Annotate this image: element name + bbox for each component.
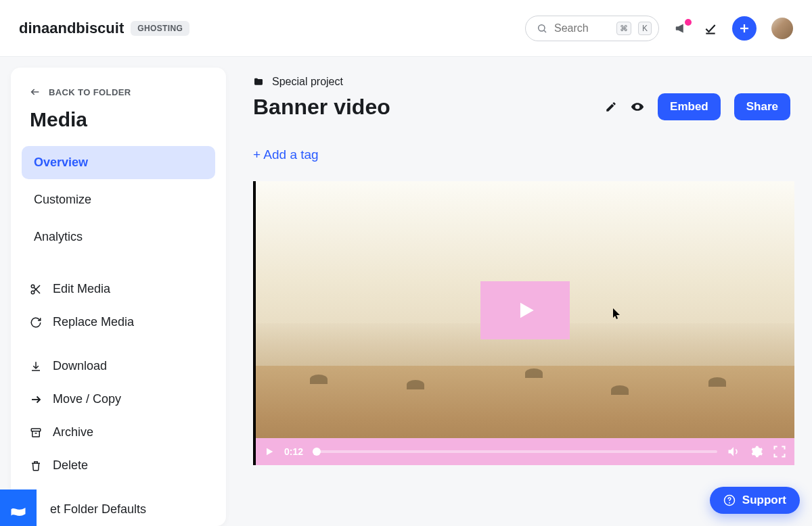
back-to-folder-button[interactable]: BACK TO FOLDER — [30, 87, 207, 97]
notification-dot-icon — [685, 19, 692, 26]
search-input[interactable] — [554, 22, 610, 34]
video-player[interactable]: 0:12 — [253, 181, 794, 465]
svg-rect-13 — [31, 429, 41, 431]
video-time: 0:12 — [284, 446, 303, 457]
checkmark-icon — [704, 22, 717, 35]
trash-icon — [30, 460, 42, 472]
share-button[interactable]: Share — [734, 93, 790, 120]
play-icon — [514, 299, 537, 322]
action-label: Edit Media — [53, 282, 110, 296]
video-timeline[interactable] — [313, 450, 717, 453]
brand: dinaandbiscuit GHOSTING — [19, 20, 189, 37]
action-label: Move / Copy — [53, 392, 121, 406]
tab-customize[interactable]: Customize — [22, 183, 215, 216]
main-panel: Special project Banner video Embed Share… — [226, 57, 812, 526]
announcements-button[interactable] — [674, 21, 689, 36]
flag-icon — [9, 498, 28, 517]
volume-icon[interactable] — [727, 445, 740, 458]
svg-point-7 — [31, 291, 35, 294]
action-delete[interactable]: Delete — [11, 449, 226, 482]
settings-icon[interactable] — [750, 445, 763, 458]
question-icon — [723, 494, 736, 506]
pencil-icon — [605, 101, 617, 113]
tab-overview[interactable]: Overview — [22, 146, 215, 179]
action-edit-media[interactable]: Edit Media — [11, 272, 226, 306]
svg-point-18 — [729, 502, 730, 504]
action-archive[interactable]: Archive — [11, 416, 226, 449]
avatar[interactable] — [771, 18, 793, 39]
arrow-right-icon — [30, 393, 42, 406]
action-label: Replace Media — [53, 315, 134, 329]
back-label: BACK TO FOLDER — [49, 87, 131, 97]
add-tag-button[interactable]: + Add a tag — [253, 147, 319, 162]
support-label: Support — [742, 494, 786, 507]
eye-icon — [631, 100, 644, 114]
add-button[interactable] — [732, 16, 757, 41]
folder-icon — [253, 76, 264, 87]
svg-marker-16 — [267, 448, 273, 456]
page-title: Banner video — [253, 95, 390, 120]
play-small-icon[interactable] — [264, 446, 275, 457]
fullscreen-icon[interactable] — [773, 445, 786, 458]
action-move-copy[interactable]: Move / Copy — [11, 383, 226, 416]
action-label: Download — [53, 359, 107, 373]
scissors-icon — [30, 283, 42, 295]
refresh-icon — [30, 316, 42, 329]
svg-line-1 — [544, 30, 546, 32]
action-label: Archive — [53, 425, 93, 439]
kbd-cmd: ⌘ — [616, 22, 631, 35]
video-controls: 0:12 — [256, 438, 794, 465]
svg-point-6 — [31, 285, 35, 288]
breadcrumb-label: Special project — [272, 76, 343, 88]
topbar-actions: ⌘ K — [525, 16, 793, 41]
action-label: et Folder Defaults — [50, 502, 146, 517]
plus-icon — [738, 22, 750, 34]
embed-button[interactable]: Embed — [658, 93, 721, 120]
download-icon — [30, 360, 42, 373]
arrow-left-icon — [30, 87, 41, 97]
play-button[interactable] — [480, 281, 570, 339]
playhead-icon[interactable] — [313, 448, 321, 456]
tasks-button[interactable] — [704, 22, 717, 35]
edit-title-button[interactable] — [605, 101, 617, 113]
brand-name: dinaandbiscuit — [19, 20, 124, 37]
visibility-button[interactable] — [631, 100, 644, 114]
kbd-k: K — [638, 22, 652, 35]
search-box[interactable]: ⌘ K — [525, 16, 659, 41]
sidebar-title: Media — [30, 108, 207, 131]
action-folder-defaults[interactable]: et Folder Defaults — [11, 493, 226, 526]
search-icon — [537, 23, 547, 34]
action-label: Delete — [53, 458, 88, 473]
project-badge: GHOSTING — [131, 21, 189, 36]
tab-analytics[interactable]: Analytics — [22, 220, 215, 254]
top-bar: dinaandbiscuit GHOSTING ⌘ K — [0, 0, 812, 57]
support-button[interactable]: Support — [710, 487, 800, 514]
breadcrumb[interactable]: Special project — [253, 76, 790, 88]
mouse-cursor-icon — [613, 308, 623, 320]
action-download[interactable]: Download — [11, 350, 226, 383]
sidebar: BACK TO FOLDER Media Overview Customize … — [11, 68, 226, 526]
svg-marker-15 — [520, 303, 534, 318]
svg-point-0 — [539, 24, 545, 30]
archive-icon — [30, 427, 42, 439]
action-replace-media[interactable]: Replace Media — [11, 306, 226, 339]
app-launcher-button[interactable] — [0, 489, 37, 526]
